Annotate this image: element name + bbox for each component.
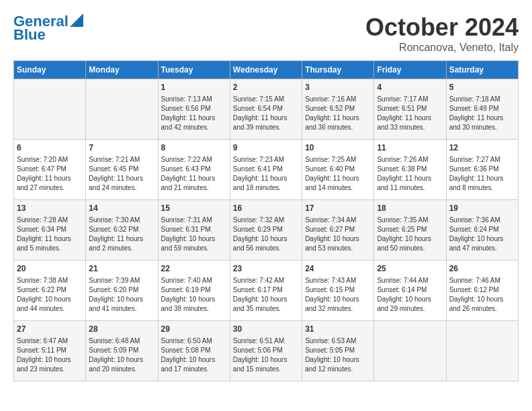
daylight-text: Daylight: 11 hours and 42 minutes. xyxy=(161,113,227,132)
sunset-text: Sunset: 6:45 PM xyxy=(89,165,154,174)
calendar-cell: 7Sunrise: 7:21 AMSunset: 6:45 PMDaylight… xyxy=(86,140,158,200)
sunset-text: Sunset: 6:19 PM xyxy=(161,285,227,295)
weekday-header-monday: Monday xyxy=(86,61,158,79)
sunset-text: Sunset: 6:43 PM xyxy=(161,165,227,174)
daylight-text: Daylight: 10 hours and 32 minutes. xyxy=(305,295,371,314)
daylight-text: Daylight: 10 hours and 20 minutes. xyxy=(89,355,154,374)
sunrise-text: Sunrise: 7:38 AM xyxy=(17,276,83,285)
day-number: 29 xyxy=(161,324,227,335)
calendar-cell: 6Sunrise: 7:20 AMSunset: 6:47 PMDaylight… xyxy=(14,140,86,200)
daylight-text: Daylight: 11 hours and 21 minutes. xyxy=(161,174,227,193)
sunrise-text: Sunrise: 7:44 AM xyxy=(377,276,443,285)
sunrise-text: Sunrise: 7:32 AM xyxy=(233,216,299,225)
day-number: 21 xyxy=(89,263,154,275)
daylight-text: Daylight: 10 hours and 12 minutes. xyxy=(305,355,371,374)
logo-arrow-icon xyxy=(70,13,83,27)
title-block: October 2024 Roncanova, Veneto, Italy xyxy=(365,13,519,54)
calendar-cell: 26Sunrise: 7:46 AMSunset: 6:12 PMDayligh… xyxy=(446,261,518,321)
calendar-cell xyxy=(86,79,158,140)
sunset-text: Sunset: 6:25 PM xyxy=(377,225,443,234)
daylight-text: Daylight: 10 hours and 15 minutes. xyxy=(233,355,299,374)
daylight-text: Daylight: 10 hours and 26 minutes. xyxy=(449,295,515,314)
calendar-cell: 27Sunrise: 6:47 AMSunset: 5:11 PMDayligh… xyxy=(14,321,86,381)
day-number: 28 xyxy=(89,324,154,335)
weekday-header-sunday: Sunday xyxy=(14,61,86,79)
weekday-header-wednesday: Wednesday xyxy=(230,61,302,79)
sunrise-text: Sunrise: 7:23 AM xyxy=(233,155,299,165)
month-title: October 2024 xyxy=(365,13,519,42)
calendar-cell: 19Sunrise: 7:36 AMSunset: 6:24 PMDayligh… xyxy=(446,200,518,261)
daylight-text: Daylight: 11 hours and 39 minutes. xyxy=(233,113,299,132)
daylight-text: Daylight: 10 hours and 59 minutes. xyxy=(161,234,227,253)
sunset-text: Sunset: 6:14 PM xyxy=(377,285,443,295)
calendar-cell: 15Sunrise: 7:31 AMSunset: 6:31 PMDayligh… xyxy=(158,200,230,261)
sunrise-text: Sunrise: 7:39 AM xyxy=(89,276,154,285)
sunset-text: Sunset: 6:38 PM xyxy=(377,165,443,174)
calendar-cell: 16Sunrise: 7:32 AMSunset: 6:29 PMDayligh… xyxy=(230,200,302,261)
daylight-text: Daylight: 10 hours and 38 minutes. xyxy=(161,295,227,314)
sunset-text: Sunset: 6:17 PM xyxy=(233,285,299,295)
sunset-text: Sunset: 5:09 PM xyxy=(89,346,154,355)
calendar-cell: 9Sunrise: 7:23 AMSunset: 6:41 PMDaylight… xyxy=(230,140,302,200)
calendar-week-5: 27Sunrise: 6:47 AMSunset: 5:11 PMDayligh… xyxy=(14,321,519,381)
day-number: 15 xyxy=(161,203,227,214)
day-number: 17 xyxy=(305,203,371,214)
daylight-text: Daylight: 10 hours and 56 minutes. xyxy=(233,234,299,253)
weekday-header-tuesday: Tuesday xyxy=(158,61,230,79)
calendar-cell: 24Sunrise: 7:43 AMSunset: 6:15 PMDayligh… xyxy=(302,261,374,321)
daylight-text: Daylight: 11 hours and 2 minutes. xyxy=(89,234,154,253)
sunrise-text: Sunrise: 7:36 AM xyxy=(449,216,515,225)
calendar-cell xyxy=(446,321,518,381)
sunrise-text: Sunrise: 6:48 AM xyxy=(89,336,154,346)
daylight-text: Daylight: 10 hours and 53 minutes. xyxy=(305,234,371,253)
calendar-cell: 18Sunrise: 7:35 AMSunset: 6:25 PMDayligh… xyxy=(374,200,446,261)
day-number: 23 xyxy=(233,263,299,275)
calendar-cell: 23Sunrise: 7:42 AMSunset: 6:17 PMDayligh… xyxy=(230,261,302,321)
weekday-header-thursday: Thursday xyxy=(302,61,374,79)
sunrise-text: Sunrise: 7:31 AM xyxy=(161,216,227,225)
sunset-text: Sunset: 6:52 PM xyxy=(305,104,371,113)
weekday-header-saturday: Saturday xyxy=(446,61,518,79)
daylight-text: Daylight: 11 hours and 27 minutes. xyxy=(17,174,83,193)
day-number: 20 xyxy=(17,263,83,275)
sunrise-text: Sunrise: 7:21 AM xyxy=(89,155,154,165)
calendar-cell: 21Sunrise: 7:39 AMSunset: 6:20 PMDayligh… xyxy=(86,261,158,321)
daylight-text: Daylight: 10 hours and 29 minutes. xyxy=(377,295,443,314)
calendar-cell xyxy=(14,79,86,140)
daylight-text: Daylight: 11 hours and 36 minutes. xyxy=(305,113,371,132)
daylight-text: Daylight: 11 hours and 11 minutes. xyxy=(377,174,443,193)
calendar-cell: 31Sunrise: 6:53 AMSunset: 5:05 PMDayligh… xyxy=(302,321,374,381)
calendar-cell: 2Sunrise: 7:15 AMSunset: 6:54 PMDaylight… xyxy=(230,79,302,140)
daylight-text: Daylight: 10 hours and 47 minutes. xyxy=(449,234,515,253)
calendar-body: 1Sunrise: 7:13 AMSunset: 6:56 PMDaylight… xyxy=(14,79,519,381)
calendar-cell: 28Sunrise: 6:48 AMSunset: 5:09 PMDayligh… xyxy=(86,321,158,381)
sunrise-text: Sunrise: 6:47 AM xyxy=(17,336,83,346)
daylight-text: Daylight: 11 hours and 33 minutes. xyxy=(377,113,443,132)
sunset-text: Sunset: 6:51 PM xyxy=(377,104,443,113)
sunset-text: Sunset: 6:36 PM xyxy=(449,165,515,174)
day-number: 16 xyxy=(233,203,299,214)
day-number: 24 xyxy=(305,263,371,275)
sunset-text: Sunset: 5:05 PM xyxy=(305,346,371,355)
sunset-text: Sunset: 6:24 PM xyxy=(449,225,515,234)
day-number: 9 xyxy=(233,142,299,154)
sunrise-text: Sunrise: 7:30 AM xyxy=(89,216,154,225)
day-number: 25 xyxy=(377,263,443,275)
calendar-table: SundayMondayTuesdayWednesdayThursdayFrid… xyxy=(13,60,519,381)
sunrise-text: Sunrise: 7:27 AM xyxy=(449,155,515,165)
sunrise-text: Sunrise: 7:20 AM xyxy=(17,155,83,165)
day-number: 19 xyxy=(449,203,515,214)
calendar-cell: 13Sunrise: 7:28 AMSunset: 6:34 PMDayligh… xyxy=(14,200,86,261)
calendar-week-1: 1Sunrise: 7:13 AMSunset: 6:56 PMDaylight… xyxy=(14,79,519,140)
day-number: 2 xyxy=(233,82,299,93)
sunset-text: Sunset: 6:12 PM xyxy=(449,285,515,295)
day-number: 30 xyxy=(233,324,299,335)
sunset-text: Sunset: 5:06 PM xyxy=(233,346,299,355)
sunset-text: Sunset: 6:15 PM xyxy=(305,285,371,295)
sunrise-text: Sunrise: 7:25 AM xyxy=(305,155,371,165)
calendar-cell: 1Sunrise: 7:13 AMSunset: 6:56 PMDaylight… xyxy=(158,79,230,140)
sunset-text: Sunset: 6:20 PM xyxy=(89,285,154,295)
sunrise-text: Sunrise: 7:46 AM xyxy=(449,276,515,285)
sunset-text: Sunset: 6:40 PM xyxy=(305,165,371,174)
sunset-text: Sunset: 6:29 PM xyxy=(233,225,299,234)
